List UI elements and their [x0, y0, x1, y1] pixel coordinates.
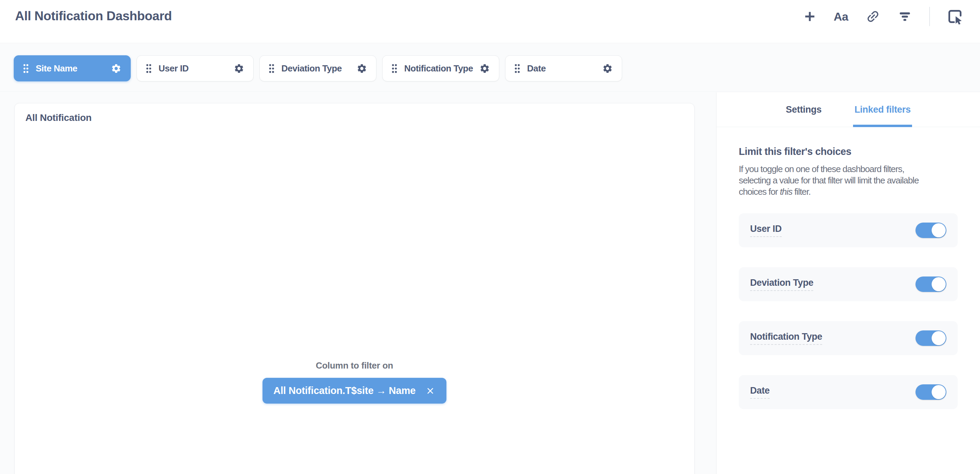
dashboard-header: All Notification Dashboard Aa — [0, 0, 980, 43]
panel-description: If you toggle on one of these dashboard … — [739, 163, 957, 198]
link-icon — [865, 9, 880, 24]
linked-filter-toggle[interactable] — [915, 223, 947, 238]
add-text-button[interactable]: Aa — [834, 10, 848, 23]
filter-chip-deviation-type[interactable]: Deviation Type — [259, 55, 376, 81]
add-filter-button[interactable] — [898, 9, 912, 24]
dashcard-title: All Notification — [25, 112, 92, 123]
linked-filter-row-date: Date — [739, 375, 958, 409]
toggle-knob — [932, 385, 946, 399]
drag-handle-icon[interactable] — [514, 64, 520, 73]
column-picker-label: Column to filter on — [316, 360, 393, 371]
filter-chip-notification-type[interactable]: Notification Type — [382, 55, 499, 81]
add-link-button[interactable] — [865, 9, 880, 24]
filter-chip-label: User ID — [159, 63, 189, 74]
dashboard-title[interactable]: All Notification Dashboard — [15, 9, 172, 23]
click-behavior-icon — [947, 9, 963, 24]
gear-icon[interactable] — [234, 63, 244, 74]
gear-icon[interactable] — [356, 63, 367, 74]
drag-handle-icon[interactable] — [391, 64, 397, 73]
sidebar-tabs: Settings Linked filters — [716, 93, 980, 127]
filter-chip-date[interactable]: Date — [505, 55, 622, 81]
tab-settings[interactable]: Settings — [786, 93, 821, 127]
filter-bar: Site Name User ID Deviation Type — [0, 44, 980, 92]
filter-funnel-icon — [898, 9, 912, 24]
filter-chip-site-name[interactable]: Site Name — [14, 55, 131, 81]
column-picker: Column to filter on All Notification.T$s… — [15, 360, 694, 404]
add-question-button[interactable] — [803, 10, 817, 23]
gear-icon[interactable] — [602, 63, 613, 74]
toolbar-divider — [929, 7, 930, 26]
panel-heading: Limit this filter's choices — [739, 146, 957, 157]
toggle-knob — [932, 277, 946, 291]
linked-filter-row-notification-type: Notification Type — [739, 321, 958, 355]
text-card-icon: Aa — [834, 10, 848, 23]
linked-filter-label: Date — [750, 385, 770, 399]
linked-filter-toggle[interactable] — [915, 276, 947, 292]
plus-icon — [803, 10, 817, 23]
linked-filter-row-user-id: User ID — [739, 213, 958, 247]
linked-filter-label: Notification Type — [750, 332, 822, 345]
linked-filter-label: Deviation Type — [750, 278, 813, 291]
filter-chip-user-id[interactable]: User ID — [137, 55, 254, 81]
linked-filter-toggle[interactable] — [915, 385, 947, 400]
click-behavior-button[interactable] — [947, 9, 963, 24]
drag-handle-icon[interactable] — [23, 64, 29, 73]
drag-handle-icon[interactable] — [146, 64, 152, 73]
dashcard-all-notification: All Notification Column to filter on All… — [14, 103, 695, 474]
selected-column-chip[interactable]: All Notification.T$site → Name — [262, 378, 447, 404]
toggle-knob — [932, 223, 946, 237]
gear-icon[interactable] — [111, 63, 121, 74]
selected-column-text: All Notification.T$site → Name — [274, 385, 416, 396]
linked-filter-row-deviation-type: Deviation Type — [739, 267, 958, 301]
linked-filters-panel: Limit this filter's choices If you toggl… — [716, 146, 980, 409]
linked-filter-label: User ID — [750, 223, 782, 237]
drag-handle-icon[interactable] — [269, 64, 275, 73]
filter-chip-label: Site Name — [36, 63, 77, 74]
gear-icon[interactable] — [479, 63, 490, 74]
linked-filter-toggle[interactable] — [915, 330, 947, 346]
tab-linked-filters[interactable]: Linked filters — [854, 93, 911, 127]
dashboard-canvas: All Notification Column to filter on All… — [0, 93, 716, 474]
edit-toolbar: Aa — [803, 0, 963, 33]
filter-chip-label: Date — [527, 63, 546, 74]
linked-filter-list: User ID Deviation Type Notification Type… — [739, 213, 957, 409]
remove-column-icon[interactable] — [425, 386, 436, 396]
toggle-knob — [932, 331, 946, 345]
filter-chip-label: Deviation Type — [282, 63, 342, 74]
filter-chip-label: Notification Type — [404, 63, 473, 74]
filter-settings-sidebar: Settings Linked filters Limit this filte… — [716, 93, 980, 474]
